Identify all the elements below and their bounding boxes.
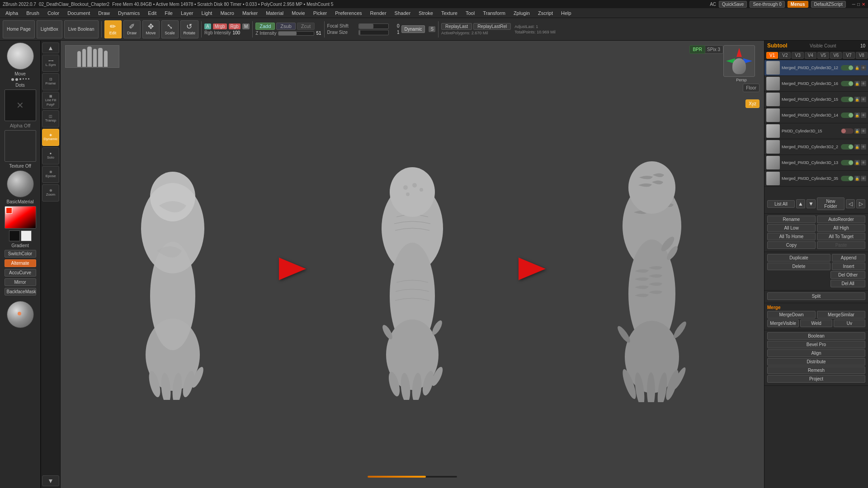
- ver-tab-v4[interactable]: V4: [805, 52, 816, 59]
- new-folder-button[interactable]: New Folder: [817, 197, 844, 210]
- merge-down-button[interactable]: MergeDown: [767, 311, 816, 319]
- merge-similar-button[interactable]: MergeSimilar: [817, 311, 865, 319]
- boolean-button[interactable]: Boolean: [767, 332, 865, 340]
- merge-visible-button[interactable]: MergeVisible: [767, 319, 799, 327]
- navigation-widget[interactable]: Persp: [723, 45, 760, 81]
- menu-alpha[interactable]: Alpha: [2, 9, 22, 17]
- all-high-button[interactable]: All High: [817, 224, 865, 232]
- zadd-button[interactable]: Zadd: [255, 23, 275, 30]
- all-to-target-button[interactable]: All To Target: [817, 233, 865, 240]
- menu-file[interactable]: File: [161, 9, 176, 17]
- view-cube[interactable]: [723, 45, 755, 77]
- alternate-button[interactable]: Alternate: [5, 259, 36, 267]
- eye-icon-4[interactable]: 👁: [861, 128, 866, 134]
- toggle-4[interactable]: [841, 128, 854, 134]
- menu-edit[interactable]: Edit: [144, 9, 160, 17]
- ver-tab-v6[interactable]: V6: [830, 52, 842, 59]
- menu-stroke[interactable]: Stroke: [415, 9, 437, 17]
- split-button[interactable]: Split: [767, 292, 865, 300]
- eye-icon-7[interactable]: 👁: [861, 176, 866, 181]
- menu-tool[interactable]: Tool: [462, 9, 478, 17]
- texture-preview[interactable]: [5, 130, 36, 162]
- ver-tab-v7[interactable]: V7: [843, 52, 854, 59]
- toggle-2[interactable]: [841, 97, 854, 102]
- brush-preview[interactable]: [7, 42, 34, 70]
- menu-transform[interactable]: Transform: [479, 9, 509, 17]
- defaultzscript-button[interactable]: DefaultZScript: [811, 1, 846, 8]
- menus-button[interactable]: Menus: [788, 1, 808, 8]
- seethrough-button[interactable]: See-through 0: [750, 1, 784, 8]
- toggle-5[interactable]: [841, 144, 854, 150]
- subtool-item-0[interactable]: Merged_PM3D_Cylinder3D_12 🔒 👁: [764, 60, 868, 76]
- accu-curve-button[interactable]: AccuCurve: [5, 269, 36, 277]
- a-indicator[interactable]: A: [204, 23, 211, 29]
- eye-icon-0[interactable]: 👁: [861, 65, 866, 70]
- color-picker[interactable]: [5, 206, 36, 229]
- subtool-item-1[interactable]: Merged_PM3D_Cylinder3D_16 🔒 👁: [764, 76, 868, 92]
- lock-icon-5[interactable]: 🔒: [854, 144, 860, 150]
- nav-up-button[interactable]: ▲: [42, 42, 59, 53]
- epose-button[interactable]: ⊗ Epose: [42, 166, 59, 183]
- replay-last-rel-button[interactable]: ReplayLastRel: [473, 23, 511, 30]
- copy-button[interactable]: Copy: [767, 241, 816, 249]
- material-preview[interactable]: [7, 170, 34, 197]
- del-other-button[interactable]: Del Other: [830, 271, 865, 279]
- toggle-7[interactable]: [841, 176, 854, 181]
- weld-button[interactable]: Weld: [800, 319, 832, 327]
- lock-icon-2[interactable]: 🔒: [854, 97, 860, 102]
- gradient-swatch-black[interactable]: [9, 230, 20, 241]
- zsub-button[interactable]: Zsub: [276, 23, 295, 30]
- del-all-button[interactable]: Del All: [830, 280, 865, 287]
- dynamic-side-button[interactable]: ◈ Dynamic: [42, 129, 59, 146]
- paste-button[interactable]: Paste: [817, 241, 865, 249]
- menu-help[interactable]: Help: [557, 9, 575, 17]
- toggle-6[interactable]: [841, 160, 854, 165]
- menu-material[interactable]: Material: [262, 9, 287, 17]
- subtool-item-7[interactable]: Merged_PM3D_Cylinder3D_35 🔒 👁: [764, 171, 868, 187]
- menu-macro[interactable]: Macro: [217, 9, 238, 17]
- scale-button[interactable]: ⤡ Scale: [161, 20, 179, 38]
- lock-icon-6[interactable]: 🔒: [854, 160, 860, 165]
- frame-button[interactable]: ⊡ Frame: [42, 73, 59, 90]
- eye-icon-1[interactable]: 👁: [861, 81, 866, 86]
- lock-icon-4[interactable]: 🔒: [854, 128, 860, 134]
- ver-tab-v2[interactable]: V2: [779, 52, 791, 59]
- zcut-button[interactable]: Zcut: [297, 23, 315, 30]
- mrgb-indicator[interactable]: Mrgb: [213, 23, 227, 29]
- menu-document[interactable]: Document: [64, 9, 94, 17]
- dots-preview[interactable]: [7, 78, 34, 81]
- home-page-button[interactable]: Home Page: [3, 20, 35, 38]
- project-button[interactable]: Project: [767, 375, 865, 383]
- auto-reorder-button[interactable]: AutoReorder: [817, 216, 865, 223]
- edit-button[interactable]: ✏ Edit: [104, 20, 122, 38]
- menu-zscript[interactable]: Zscript: [534, 9, 557, 17]
- draw-size-slider[interactable]: [359, 30, 389, 35]
- all-to-home-button[interactable]: All To Home: [767, 233, 816, 240]
- gradient-swatch-white[interactable]: [21, 230, 32, 241]
- zoom-button[interactable]: ⊕ Zoom: [42, 184, 59, 202]
- menu-brush[interactable]: Brush: [23, 9, 43, 17]
- linefill-button[interactable]: ▦ Line Fill PolyF: [42, 92, 59, 109]
- menu-picker[interactable]: Picker: [310, 9, 331, 17]
- alpha-preview[interactable]: ✕: [5, 89, 36, 121]
- list-all-up-arrow[interactable]: ▲: [796, 199, 805, 208]
- backface-mask-button[interactable]: BackfaceMask: [5, 288, 36, 296]
- menu-layer[interactable]: Layer: [177, 9, 197, 17]
- list-all-button[interactable]: List All: [767, 200, 795, 208]
- quicksave-button[interactable]: QuickSave: [719, 1, 747, 8]
- nav-down-button[interactable]: ▼: [42, 475, 59, 486]
- append-button[interactable]: Append: [832, 254, 865, 262]
- menu-texture[interactable]: Texture: [438, 9, 461, 17]
- menu-draw[interactable]: Draw: [94, 9, 113, 17]
- floor-button[interactable]: Floor: [743, 84, 760, 92]
- bpr-button[interactable]: BPR: [689, 45, 705, 54]
- switch-color-button[interactable]: SwitchColor: [5, 250, 36, 258]
- menu-marker[interactable]: Marker: [239, 9, 261, 17]
- uv-button[interactable]: Uv: [834, 319, 865, 327]
- subtool-item-4[interactable]: PM3D_Cylinder3D_15 🔒 👁: [764, 123, 868, 139]
- distribute-button[interactable]: Distribute: [767, 358, 865, 366]
- xyz-button[interactable]: Xyz: [745, 99, 760, 108]
- window-controls[interactable]: ─ □ ✕: [852, 2, 865, 7]
- z-intensity-slider[interactable]: [278, 31, 314, 36]
- subtool-item-3[interactable]: Merged_PM3D_Cylinder3D_14 🔒 👁: [764, 108, 868, 123]
